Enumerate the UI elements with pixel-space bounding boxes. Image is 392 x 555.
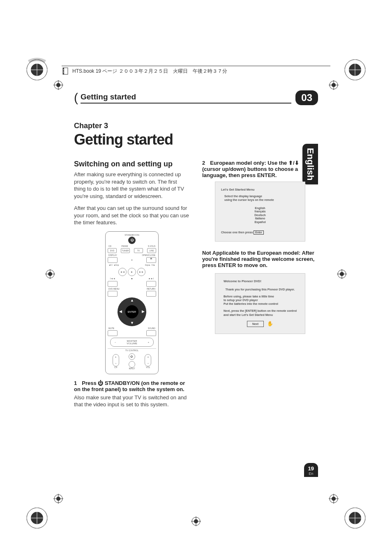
lang-option: English bbox=[221, 207, 299, 210]
remote-cd-label: CD bbox=[108, 245, 111, 247]
page-lang: En bbox=[308, 472, 314, 476]
svg-point-25 bbox=[63, 71, 64, 71]
registration-mark-br bbox=[343, 506, 367, 530]
screen1-title: Let's Get Started Menu bbox=[221, 188, 299, 192]
chapter-title: Getting started bbox=[74, 131, 318, 148]
left-column: Switching on and setting up After making… bbox=[74, 160, 190, 413]
remote-vol-rocker: +− bbox=[145, 354, 151, 366]
registration-mark-bl2 bbox=[53, 494, 63, 504]
remote-line-button: LINE bbox=[147, 248, 156, 253]
lang-option: français bbox=[221, 210, 299, 213]
step-2-text: European model only: Use the ⬆/⬇ (cursor… bbox=[202, 160, 299, 178]
header-paren-icon: ( bbox=[74, 91, 78, 105]
section-title: Switching on and setting up bbox=[74, 160, 190, 168]
print-header-text: HTS.book 19 ページ ２００３年２月２５日 火曜日 午後２時３７分 bbox=[72, 68, 227, 75]
step-3-text: Not Applicable to the European model: Af… bbox=[202, 250, 314, 268]
remote-mute-button bbox=[108, 330, 118, 336]
lang-option: Italiano bbox=[221, 217, 299, 220]
registration-mark-br2 bbox=[329, 494, 339, 504]
binder-icon bbox=[62, 67, 70, 75]
remote-skipback-icon: I◄◄ bbox=[110, 278, 115, 280]
section-p2: After that you can set up the surround s… bbox=[74, 205, 190, 226]
screen2-next-button: Next bbox=[247, 321, 264, 327]
step-2-number: 2 bbox=[202, 160, 205, 166]
remote-sound-label: SOUND bbox=[148, 327, 155, 329]
remote-cursor-ring: ▲ ▼ ◀ ▶ ENTER bbox=[118, 297, 146, 326]
remote-sound-button bbox=[146, 330, 156, 336]
cursor-left-icon: ◀ bbox=[119, 310, 122, 313]
registration-mark-tr2 bbox=[329, 80, 339, 90]
page-number: 19 bbox=[308, 465, 314, 472]
remote-skipfwd-button bbox=[146, 281, 156, 287]
remote-display-label: DISPLAY bbox=[108, 254, 117, 256]
step-3: Not Applicable to the European model: Af… bbox=[202, 250, 318, 268]
remote-tvinput-button bbox=[129, 361, 135, 368]
remote-input-label: INPUT bbox=[129, 368, 135, 370]
remote-svols-label: S.VOLS bbox=[148, 245, 155, 247]
chapter-tab-number: 03 bbox=[295, 90, 318, 105]
cursor-up-icon: ▲ bbox=[130, 299, 134, 302]
remote-skipfwd-icon: ►►I bbox=[149, 278, 154, 280]
standby-button-icon: ⏻ bbox=[128, 237, 136, 244]
chapter-heading: Chapter 3 Getting started bbox=[74, 122, 318, 148]
remote-master-volume: −MASTER VOLUME+ bbox=[110, 338, 154, 347]
registration-mark-mr bbox=[337, 269, 347, 279]
screen2-line3: Next, press the [ENTER] button on the re… bbox=[224, 309, 297, 316]
registration-mark-mb bbox=[191, 516, 201, 526]
remote-enter-button: ENTER bbox=[125, 305, 138, 318]
remote-tvcontrol-label: TV CONTROL bbox=[108, 348, 156, 352]
language-menu-screenshot: Let's Get Started Menu Select the displa… bbox=[215, 182, 305, 242]
print-header: HTS.book 19 ページ ２００３年２月２５日 火曜日 午後２時３７分 bbox=[62, 66, 330, 75]
cursor-down-icon: ▼ bbox=[130, 321, 134, 325]
page-content: ( Getting started 03 Chapter 3 Getting s… bbox=[74, 90, 318, 477]
screen1-language-list: English français Deutsch Italiano Españo… bbox=[221, 207, 299, 224]
lang-option: Español bbox=[221, 221, 299, 224]
remote-ffw-icon: ►► bbox=[137, 268, 145, 276]
remote-stop-icon: ■ bbox=[131, 278, 132, 280]
remote-display-button bbox=[108, 257, 118, 263]
registration-mark-tr bbox=[343, 58, 367, 82]
remote-ch-rocker: +− bbox=[113, 354, 119, 366]
screen1-footer: Choose one then press Enter bbox=[221, 230, 299, 235]
remote-mute-label: MUTE bbox=[108, 327, 114, 329]
registration-mark-ml bbox=[45, 269, 55, 279]
right-column: 2European model only: Use the ⬆/⬇ (curso… bbox=[202, 160, 318, 413]
cursor-right-icon: ▶ bbox=[142, 310, 145, 313]
remote-rew-icon: ◄◄ bbox=[118, 268, 127, 276]
remote-tv-button: TV bbox=[134, 248, 143, 253]
running-head-title: Getting started bbox=[81, 92, 291, 104]
lang-option: Deutsch bbox=[221, 214, 299, 217]
step-1: 1Press ⏻ STANDBY/ON (on the remote or on… bbox=[74, 380, 190, 392]
remote-return-button bbox=[146, 291, 156, 297]
remote-return-label: RETURN bbox=[147, 288, 155, 290]
page-number-badge: 19 En bbox=[304, 463, 318, 477]
svg-point-24 bbox=[63, 69, 64, 70]
remote-tuner-button: TUNER bbox=[121, 248, 130, 253]
remote-dvdmenu-button bbox=[108, 291, 118, 297]
svg-point-26 bbox=[63, 72, 64, 73]
remote-openclose-label: OPEN/CLOSE bbox=[142, 254, 155, 256]
section-p1: After making sure everything is connecte… bbox=[74, 171, 190, 200]
remote-vol-label: VOL bbox=[145, 366, 151, 368]
remote-standby-label: STANDBY/ON bbox=[108, 234, 156, 237]
step-1-number: 1 bbox=[74, 380, 77, 386]
registration-mark-bl bbox=[25, 506, 49, 530]
screen1-enter-box: Enter bbox=[254, 230, 264, 235]
remote-nextgrp-label: Grp► / II► bbox=[145, 264, 155, 266]
remote-play-icon: ► bbox=[128, 268, 136, 276]
screen1-subtitle: Select the display language using the cu… bbox=[224, 194, 299, 202]
chapter-label: Chapter 3 bbox=[74, 122, 318, 130]
remote-openclose-button: ⏏ bbox=[146, 257, 156, 263]
screen2-line1: Thank you for purchasing this Pioneer DV… bbox=[224, 288, 297, 291]
remote-pause-icon: II bbox=[131, 259, 132, 262]
step-2: 2European model only: Use the ⬆/⬇ (curso… bbox=[202, 160, 302, 178]
remote-dvdmenu-label: DVD MENU bbox=[108, 288, 120, 290]
remote-tvpower-icon: ⏻ bbox=[129, 353, 135, 360]
remote-hand-icon: ✋ bbox=[267, 321, 273, 327]
welcome-screenshot: Welcome to Pioneer DVD! Thank you for pu… bbox=[215, 273, 305, 334]
header-bar: ( Getting started 03 bbox=[74, 90, 318, 105]
remote-diagram: STANDBY/ON ⏻ CD FM/AM S.VOLS DVD TUNER T… bbox=[105, 231, 159, 374]
remote-fmam-label: FM/AM bbox=[121, 245, 128, 247]
step-1-body: Also make sure that your TV is switched … bbox=[74, 394, 190, 408]
remote-ch-label: CH bbox=[113, 366, 119, 368]
